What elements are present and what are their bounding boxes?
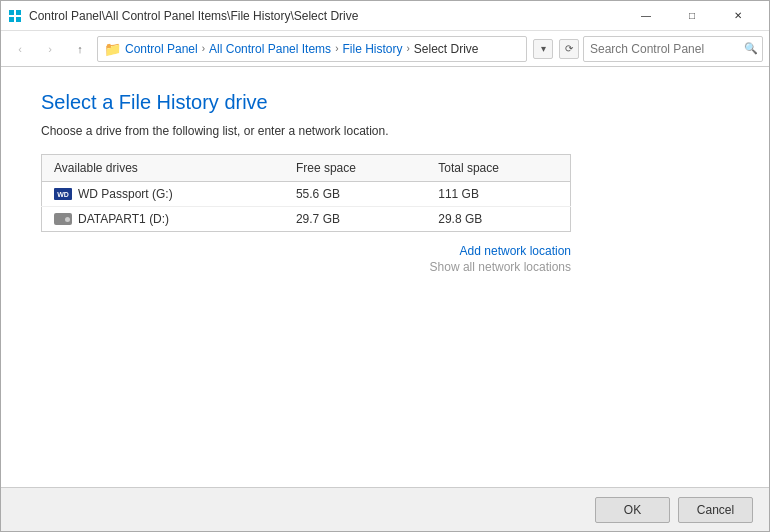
drive-name-cell: DATAPART1 (D:) <box>42 207 284 232</box>
window: Control Panel\All Control Panel Items\Fi… <box>0 0 770 532</box>
svg-rect-0 <box>9 10 14 15</box>
address-bar: ‹ › ↑ 📁 Control Panel › All Control Pane… <box>1 31 769 67</box>
cancel-button[interactable]: Cancel <box>678 497 753 523</box>
table-header-row: Available drives Free space Total space <box>42 155 571 182</box>
title-bar-buttons: — □ ✕ <box>623 1 761 31</box>
back-button[interactable]: ‹ <box>7 36 33 62</box>
breadcrumb-bar: 📁 Control Panel › All Control Panel Item… <box>97 36 527 62</box>
maximize-button[interactable]: □ <box>669 1 715 31</box>
col-total-space: Total space <box>426 155 570 182</box>
drive-free-space: 29.7 GB <box>284 207 426 232</box>
hdd-drive-icon <box>54 212 72 226</box>
breadcrumb-all-items[interactable]: All Control Panel Items <box>209 42 331 56</box>
bottom-bar: OK Cancel <box>1 487 769 531</box>
dropdown-button[interactable]: ▾ <box>533 39 553 59</box>
forward-button[interactable]: › <box>37 36 63 62</box>
add-network-location-link[interactable]: Add network location <box>460 244 571 258</box>
show-all-network-locations-link[interactable]: Show all network locations <box>430 260 571 274</box>
drive-label: WD Passport (G:) <box>78 187 173 201</box>
refresh-button[interactable]: ⟳ <box>559 39 579 59</box>
drive-label: DATAPART1 (D:) <box>78 212 169 226</box>
content-area: Select a File History drive Choose a dri… <box>1 67 769 487</box>
search-icon[interactable]: 🔍 <box>744 42 758 55</box>
svg-rect-1 <box>16 10 21 15</box>
svg-rect-2 <box>9 17 14 22</box>
page-title: Select a File History drive <box>41 91 729 114</box>
col-available-drives: Available drives <box>42 155 284 182</box>
ok-button[interactable]: OK <box>595 497 670 523</box>
search-bar: 🔍 <box>583 36 763 62</box>
drive-total-space: 111 GB <box>426 182 570 207</box>
table-row[interactable]: DATAPART1 (D:)29.7 GB29.8 GB <box>42 207 571 232</box>
col-free-space: Free space <box>284 155 426 182</box>
drives-table: Available drives Free space Total space … <box>41 154 571 232</box>
window-icon <box>7 8 23 24</box>
minimize-button[interactable]: — <box>623 1 669 31</box>
wd-drive-icon: WD <box>54 187 72 201</box>
up-button[interactable]: ↑ <box>67 36 93 62</box>
close-button[interactable]: ✕ <box>715 1 761 31</box>
svg-rect-3 <box>16 17 21 22</box>
breadcrumb-control-panel[interactable]: Control Panel <box>125 42 198 56</box>
window-title: Control Panel\All Control Panel Items\Fi… <box>29 9 358 23</box>
drive-free-space: 55.6 GB <box>284 182 426 207</box>
network-links: Add network location Show all network lo… <box>41 244 571 274</box>
table-row[interactable]: WDWD Passport (G:)55.6 GB111 GB <box>42 182 571 207</box>
breadcrumb-select-drive: Select Drive <box>414 42 479 56</box>
breadcrumb-file-history[interactable]: File History <box>342 42 402 56</box>
title-bar: Control Panel\All Control Panel Items\Fi… <box>1 1 769 31</box>
folder-icon: 📁 <box>104 41 121 57</box>
page-subtitle: Choose a drive from the following list, … <box>41 124 729 138</box>
drive-name-cell: WDWD Passport (G:) <box>42 182 284 207</box>
drive-total-space: 29.8 GB <box>426 207 570 232</box>
title-bar-left: Control Panel\All Control Panel Items\Fi… <box>7 8 358 24</box>
search-input[interactable] <box>590 42 740 56</box>
